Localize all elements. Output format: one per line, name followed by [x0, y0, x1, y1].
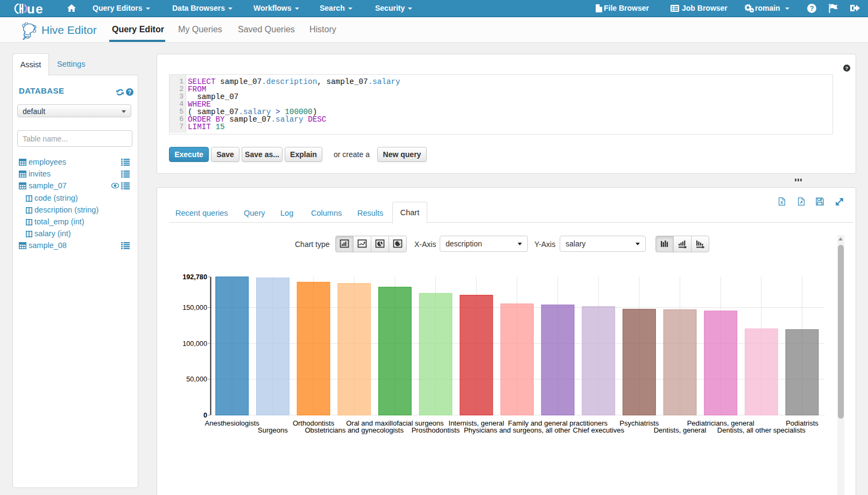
svg-text:Dentists, general: Dentists, general — [654, 426, 707, 434]
svg-text:Podiatrists: Podiatrists — [786, 419, 818, 427]
svg-text:x: x — [780, 200, 783, 205]
svg-text:Anesthesiologists: Anesthesiologists — [205, 419, 260, 427]
svg-text:100,000: 100,000 — [182, 340, 207, 348]
svg-text:Dentists, all other specialist: Dentists, all other specialists — [717, 426, 806, 434]
svg-text:Chief executives: Chief executives — [573, 426, 625, 434]
svg-text:Surgeons: Surgeons — [258, 426, 288, 434]
svg-text:ue: ue — [27, 3, 44, 14]
svg-text:Physicians and surgeons, all o: Physicians and surgeons, all other — [464, 426, 571, 434]
svg-text:0: 0 — [203, 412, 207, 419]
svg-text:Prosthodontists: Prosthodontists — [412, 426, 460, 434]
svg-text:?: ? — [128, 89, 131, 95]
svg-text:50,000: 50,000 — [186, 376, 207, 383]
svg-text:?: ? — [845, 65, 849, 71]
svg-text:192,780: 192,780 — [182, 273, 207, 281]
svg-text:150,000: 150,000 — [182, 304, 207, 312]
svg-text:Obstetricians and gynecologist: Obstetricians and gynecologists — [305, 426, 404, 434]
svg-text:?: ? — [810, 5, 814, 12]
